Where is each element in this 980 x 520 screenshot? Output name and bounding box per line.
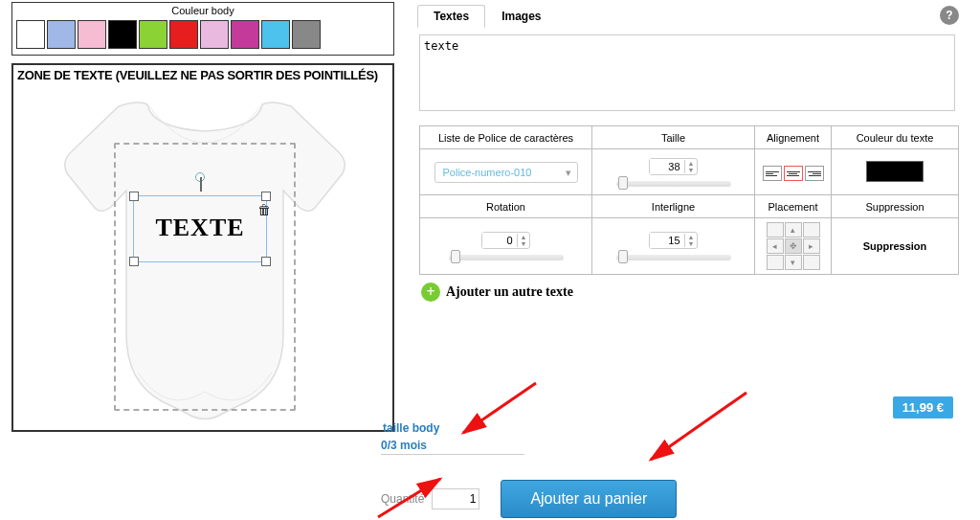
quantity-label: Quantité <box>381 492 424 506</box>
size-spinner[interactable]: ▲▼ <box>649 158 699 175</box>
options-panel: Textes Images ? Liste de Police de carac… <box>412 4 967 309</box>
text-color-chip[interactable] <box>866 161 924 182</box>
interline-input[interactable] <box>650 233 684 248</box>
color-swatches <box>12 20 393 49</box>
header-color: Couleur du texte <box>832 126 959 149</box>
header-font: Liste de Police de caractères <box>420 126 592 149</box>
zone-title: ZONE DE TEXTE (VEUILLEZ NE PAS SORTIR DE… <box>13 65 392 85</box>
color-swatch-8[interactable] <box>261 20 290 49</box>
design-zone: ZONE DE TEXTE (VEUILLEZ NE PAS SORTIR DE… <box>11 63 394 432</box>
price-badge: 11,99 € <box>893 396 953 418</box>
interline-spinner[interactable]: ▲▼ <box>649 232 699 249</box>
color-swatch-3[interactable] <box>108 20 137 49</box>
add-to-cart-button[interactable]: Ajouter au panier <box>501 480 677 518</box>
quantity-input[interactable] <box>432 488 479 509</box>
trash-icon[interactable]: 🗑 <box>257 202 271 217</box>
header-size: Taille <box>592 126 755 149</box>
color-swatch-7[interactable] <box>231 20 259 49</box>
delete-button[interactable]: Suppression <box>863 240 927 252</box>
header-align: Alignement <box>755 126 832 149</box>
purchase-area: 11,99 € taille body 0/3 mois Quantité Aj… <box>381 393 967 518</box>
color-swatch-1[interactable] <box>47 20 76 49</box>
selection-box: 🗑 <box>133 195 267 262</box>
header-rotation: Rotation <box>420 195 592 218</box>
color-swatch-9[interactable] <box>292 20 321 49</box>
resize-handle-br[interactable] <box>261 257 271 266</box>
align-center-button[interactable] <box>784 166 803 181</box>
controls-table: Liste de Police de caractères Taille Ali… <box>419 125 959 275</box>
size-input[interactable] <box>650 159 684 174</box>
size-label: taille body <box>383 421 967 435</box>
rotation-input[interactable] <box>482 233 517 248</box>
color-swatch-6[interactable] <box>200 20 229 49</box>
text-input[interactable] <box>419 34 955 111</box>
color-swatch-4[interactable] <box>139 20 167 49</box>
header-delete: Suppression <box>832 195 959 218</box>
header-placement: Placement <box>755 195 832 218</box>
resize-handle-bl[interactable] <box>129 257 139 266</box>
interline-slider[interactable] <box>616 255 731 260</box>
header-interline: Interligne <box>592 195 755 218</box>
help-icon[interactable]: ? <box>940 6 959 25</box>
resize-handle-tl[interactable] <box>129 192 139 201</box>
size-slider[interactable] <box>616 181 731 187</box>
color-swatch-0[interactable] <box>16 20 45 49</box>
rotation-slider[interactable] <box>449 255 564 260</box>
align-left-button[interactable] <box>763 166 782 181</box>
design-text-object[interactable]: 🗑 TEXTE <box>138 200 262 258</box>
color-swatch-5[interactable] <box>169 20 198 49</box>
color-swatch-2[interactable] <box>78 20 106 49</box>
tab-textes[interactable]: Textes <box>417 5 485 28</box>
size-select[interactable]: 0/3 mois <box>381 437 524 455</box>
align-right-button[interactable] <box>805 166 824 181</box>
product-preview[interactable]: 🗑 TEXTE <box>13 85 392 430</box>
color-picker-panel: Couleur body <box>11 2 394 56</box>
size-down[interactable]: ▼ <box>684 167 698 173</box>
plus-icon: + <box>421 283 440 302</box>
add-text-button[interactable]: + Ajouter un autre texte <box>421 283 957 302</box>
resize-handle-tr[interactable] <box>261 192 271 201</box>
font-dropdown[interactable]: Police-numero-010 <box>434 162 578 183</box>
rotation-spinner[interactable]: ▲▼ <box>481 232 531 249</box>
add-text-label: Ajouter un autre texte <box>446 284 573 300</box>
placement-grid[interactable]: ▴ ◂✥▸ ▾ <box>767 222 820 270</box>
tab-images[interactable]: Images <box>485 5 557 28</box>
size-up[interactable]: ▲ <box>684 160 698 167</box>
color-title: Couleur body <box>12 5 393 16</box>
